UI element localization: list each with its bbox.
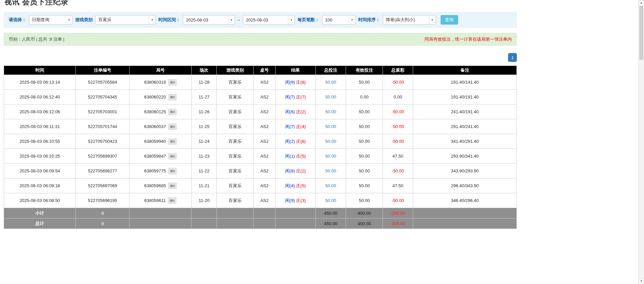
chevron-down-icon[interactable]: ▾ [349, 15, 355, 24]
footer-total-bet: 450.00 [316, 218, 346, 229]
footer-payout: -205.00 [383, 208, 413, 218]
video-camera-icon[interactable] [168, 197, 177, 204]
cell-table-no: AS2 [254, 164, 276, 178]
column-header: 时间 [4, 66, 76, 75]
game-type-select[interactable]: 百家乐 ▾ [95, 15, 156, 25]
page-1-button[interactable]: 1 [508, 53, 517, 62]
cell-note: 191.40/141.40 [413, 75, 517, 90]
date-to-value: 2025-08-03 [243, 15, 288, 24]
chevron-down-icon[interactable]: ▾ [65, 15, 72, 24]
round-number: 638060037 [144, 124, 166, 129]
cell-total-bet[interactable]: 50.00 [316, 164, 346, 178]
video-camera-icon[interactable] [168, 153, 177, 160]
sort-order-select[interactable]: 降幂(由大到小) ▾ [383, 15, 436, 25]
cell-payout: -50.00 [383, 105, 413, 119]
vertical-scrollbar[interactable]: ▲ ▼ [638, 0, 644, 284]
footer-empty [276, 208, 316, 218]
cell-time: 2025-08-03 06:11:31 [4, 119, 76, 134]
chevron-down-icon[interactable]: ▾ [288, 15, 295, 24]
table-row: 2025-08-03 06:12:06522705703001638060125… [4, 105, 517, 119]
cell-time: 2025-08-03 06:09:54 [4, 164, 76, 178]
query-type-select[interactable]: 日期查询 ▾ [29, 15, 72, 25]
result-banker: 庄(5) [296, 183, 306, 188]
cell-time: 2025-08-03 06:08:50 [4, 193, 76, 208]
chevron-down-icon[interactable]: ▾ [429, 15, 436, 24]
cell-payout: -50.00 [383, 193, 413, 208]
cell-total-bet[interactable]: 50.00 [316, 119, 346, 134]
filter-bar: 请选择： 日期查询 ▾ 游戏类别 百家乐 ▾ 时间区间： 2025-08-03 … [4, 12, 517, 28]
cell-note: 291.40/241.40 [413, 119, 517, 134]
cell-total-bet[interactable]: 50.00 [316, 193, 346, 208]
video-camera-icon[interactable] [168, 79, 177, 86]
search-button[interactable]: 查询 [441, 15, 458, 25]
page-size-select[interactable]: 100 ▾ [322, 15, 356, 25]
date-from-select[interactable]: 2025-08-03 ▾ [183, 15, 235, 25]
cell-bet-id: 522705705584 [76, 75, 130, 90]
cell-result: 闲(6) 庄(2) [276, 105, 316, 119]
bet-records-table: 时间注单编号局号场次游戏类别桌号结果总投注有效投注总派彩备注 2025-08-0… [4, 66, 517, 229]
cell-note: 241.40/191.40 [413, 105, 517, 119]
cell-round: 638059940 [130, 134, 192, 149]
cell-total-bet[interactable]: 50.00 [316, 149, 346, 164]
cell-game-type: 百家乐 [217, 149, 254, 164]
cell-result: 闲(9) 庄(8) [276, 75, 316, 90]
cell-valid-bet: 50.00 [346, 178, 383, 193]
cell-bet-id: 522705698277 [76, 164, 130, 178]
cell-bet-id: 522705703001 [76, 105, 130, 119]
scrollbar-thumb[interactable] [639, 6, 643, 60]
cell-bet-id: 522705700423 [76, 134, 130, 149]
cell-result: 闲(8) 庄(2) [276, 164, 316, 178]
date-to-select[interactable]: 2025-08-03 ▾ [243, 15, 295, 25]
sort-order-value: 降幂(由大到小) [383, 15, 429, 24]
footer-valid-bet: 400.00 [346, 218, 383, 229]
result-player: 闲(9) [285, 198, 295, 203]
footer-empty [413, 218, 517, 229]
cell-total-bet[interactable]: 50.00 [316, 178, 346, 193]
result-banker: 庄(7) [296, 94, 306, 99]
cell-note: 296.40/343.90 [413, 178, 517, 193]
footer-total-bet: 450.00 [316, 208, 346, 218]
scroll-up-button[interactable]: ▲ [639, 0, 644, 6]
cell-table-no: AS2 [254, 193, 276, 208]
cell-table-no: AS2 [254, 149, 276, 164]
cell-valid-bet: 50.00 [346, 164, 383, 178]
cell-total-bet[interactable]: 50.00 [316, 105, 346, 119]
column-header: 有效投注 [346, 66, 383, 75]
video-camera-icon[interactable] [168, 94, 177, 100]
cell-bet-id: 522705696195 [76, 193, 130, 208]
result-player: 闲(2) [285, 139, 295, 144]
column-header: 总派彩 [383, 66, 413, 75]
footer-empty [276, 218, 316, 229]
cell-total-bet[interactable]: 50.00 [316, 75, 346, 90]
footer-empty [217, 218, 254, 229]
cell-note: 293.90/341.40 [413, 149, 517, 164]
cell-payout: -50.00 [383, 134, 413, 149]
cell-table-no: AS2 [254, 134, 276, 149]
footer-empty [254, 218, 276, 229]
game-type-label: 游戏类别 [75, 17, 93, 23]
cell-valid-bet: 0.00 [346, 90, 383, 105]
cell-table-no: AS2 [254, 105, 276, 119]
cell-valid-bet: 50.00 [346, 193, 383, 208]
video-camera-icon[interactable] [168, 182, 177, 189]
summary-notice: 同局有效投注，统一计算在该局第一张注单内 [425, 36, 512, 42]
cell-total-bet[interactable]: 50.00 [316, 134, 346, 149]
cell-total-bet[interactable]: 50.00 [316, 90, 346, 105]
footer-empty [192, 218, 217, 229]
video-camera-icon[interactable] [168, 168, 177, 174]
cell-bet-id: 522705699307 [76, 149, 130, 164]
chevron-down-icon[interactable]: ▾ [228, 15, 235, 24]
date-from-value: 2025-08-03 [183, 15, 228, 24]
scroll-down-button[interactable]: ▼ [639, 278, 644, 284]
result-player: 闲(6) [285, 109, 295, 114]
video-camera-icon[interactable] [168, 123, 177, 130]
footer-label: 小计 [4, 208, 76, 218]
cell-valid-bet: 50.00 [346, 119, 383, 134]
result-banker: 庄(8) [296, 80, 306, 85]
footer-empty [413, 208, 517, 218]
video-camera-icon[interactable] [168, 109, 177, 115]
column-header: 局号 [130, 66, 192, 75]
result-player: 闲(9) [285, 80, 295, 85]
chevron-down-icon[interactable]: ▾ [149, 15, 155, 24]
video-camera-icon[interactable] [168, 138, 177, 145]
